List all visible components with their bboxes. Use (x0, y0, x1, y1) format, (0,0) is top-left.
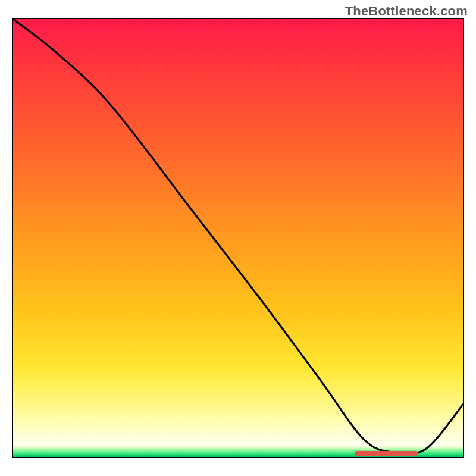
watermark-text: TheBottleneck.com (345, 4, 468, 19)
bottleneck-curve (13, 19, 463, 457)
plot-area (13, 19, 463, 457)
chart-container: TheBottleneck.com (0, 0, 476, 476)
valley-marker (355, 451, 418, 456)
